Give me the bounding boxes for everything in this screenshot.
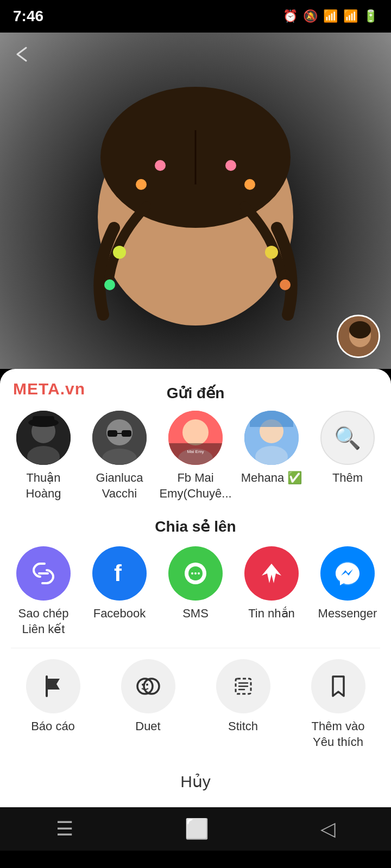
action-item-duet[interactable]: Duet: [105, 659, 192, 735]
meta-logo: META.vn: [13, 380, 85, 398]
copy-link-icon: [16, 546, 71, 601]
copy-link-label: Sao chépLiên kết: [18, 606, 69, 637]
share-section-title: Chia sẻ lên: [0, 512, 391, 546]
svg-marker-40: [262, 564, 281, 583]
share-item-facebook[interactable]: f Facebook: [87, 546, 152, 622]
nav-home-icon[interactable]: ⬜: [185, 818, 209, 840]
contact-avatar-thuan: [16, 411, 71, 465]
search-icon: 🔍: [334, 425, 361, 451]
share-item-copy[interactable]: Sao chépLiên kết: [11, 546, 76, 637]
contact-avatar-fbmai: Mai Emy: [168, 411, 223, 465]
svg-point-12: [349, 321, 371, 339]
svg-point-4: [104, 279, 115, 290]
mute-icon: 🔕: [303, 9, 318, 23]
battery-icon: 🔋: [363, 9, 378, 23]
share-item-tin-nhan[interactable]: Tin nhắn: [239, 546, 304, 622]
svg-point-25: [182, 419, 209, 445]
back-button[interactable]: [11, 43, 33, 69]
status-icons: ⏰ 🔕 📶 📶 🔋: [283, 9, 378, 23]
svg-point-8: [136, 179, 147, 190]
contact-name-thuan: ThuậnHoàng: [26, 470, 61, 501]
messenger-label: Messenger: [318, 606, 377, 622]
nav-bar: ☰ ⬜ ◁: [0, 807, 391, 851]
duet-label: Duet: [135, 719, 160, 735]
meta-logo-text: META.vn: [13, 380, 85, 398]
action-item-yeuthich[interactable]: Thêm vàoYêu thích: [295, 659, 382, 750]
facebook-icon: f: [92, 546, 147, 601]
divider: [11, 648, 380, 648]
svg-rect-27: [168, 443, 223, 465]
duet-icon: [121, 659, 175, 713]
status-bar: 7:46 ⏰ 🔕 📶 📶 🔋: [0, 0, 391, 33]
facebook-label: Facebook: [93, 606, 146, 622]
svg-point-44: [142, 684, 144, 686]
svg-point-38: [194, 572, 197, 575]
contact-item-more[interactable]: 🔍 Thêm: [315, 411, 380, 486]
svg-point-37: [191, 572, 193, 575]
svg-point-39: [198, 572, 200, 575]
corner-avatar[interactable]: [337, 315, 380, 358]
share-row: Sao chépLiên kết f Facebook: [0, 546, 391, 648]
video-background: [0, 33, 391, 369]
share-item-sms[interactable]: SMS: [163, 546, 228, 622]
yeuthich-icon: [311, 659, 365, 713]
sms-label: SMS: [182, 606, 209, 622]
svg-text:f: f: [114, 560, 122, 586]
bottom-sheet: META.vn Gửi đến ThuậnHoàng: [0, 369, 391, 807]
video-area: [0, 33, 391, 369]
messenger-icon: [320, 546, 375, 601]
sms-icon: [168, 546, 223, 601]
contacts-row: ThuậnHoàng GianlucaVacchi: [0, 411, 391, 512]
action-item-stitch[interactable]: Stitch: [200, 659, 287, 735]
status-time: 7:46: [13, 8, 43, 25]
svg-point-5: [280, 279, 291, 290]
svg-point-9: [244, 179, 255, 190]
svg-rect-32: [250, 411, 293, 427]
cancel-button[interactable]: Hủy: [0, 761, 391, 796]
contact-avatar-gianluca: [92, 411, 147, 465]
contact-avatar-mehana: [244, 411, 299, 465]
yeuthich-label: Thêm vàoYêu thích: [312, 719, 365, 750]
tin-nhan-icon: [244, 546, 299, 601]
svg-point-6: [155, 160, 166, 171]
nav-menu-icon[interactable]: ☰: [56, 818, 73, 840]
svg-point-2: [113, 246, 126, 259]
contact-item-mehana[interactable]: Mehana ✅: [239, 411, 304, 486]
action-item-baocao[interactable]: Báo cáo: [10, 659, 97, 735]
svg-text:Mai Emy: Mai Emy: [187, 449, 204, 454]
video-content-svg: [60, 65, 331, 336]
wifi-icon: 📶: [323, 9, 338, 23]
contact-item-fbmai[interactable]: Mai Emy Fb MaiEmy(Chuyê...: [163, 411, 228, 501]
tin-nhan-label: Tin nhắn: [248, 606, 295, 622]
action-row: Báo cáo Duet: [0, 659, 391, 761]
nav-back-icon[interactable]: ◁: [320, 818, 336, 840]
contact-item-thuan[interactable]: ThuậnHoàng: [11, 411, 76, 501]
stitch-label: Stitch: [228, 719, 258, 735]
contact-name-mehana: Mehana ✅: [241, 470, 302, 486]
contact-avatar-more: 🔍: [320, 411, 375, 465]
contact-name-fbmai: Fb MaiEmy(Chuyê...: [159, 470, 231, 501]
baocao-label: Báo cáo: [31, 719, 75, 735]
svg-rect-22: [122, 430, 131, 437]
signal-icon: 📶: [343, 9, 358, 23]
alarm-icon: ⏰: [283, 9, 298, 23]
svg-point-45: [146, 684, 148, 686]
baocao-icon: [26, 659, 80, 713]
svg-point-3: [265, 246, 278, 259]
stitch-icon: [216, 659, 270, 713]
svg-point-7: [225, 160, 236, 171]
contact-name-more: Thêm: [332, 470, 363, 486]
contact-name-gianluca: GianlucaVacchi: [96, 470, 143, 501]
svg-rect-21: [108, 430, 117, 437]
share-item-messenger[interactable]: Messenger: [315, 546, 380, 622]
svg-rect-17: [33, 416, 54, 425]
contact-item-gianluca[interactable]: GianlucaVacchi: [87, 411, 152, 501]
